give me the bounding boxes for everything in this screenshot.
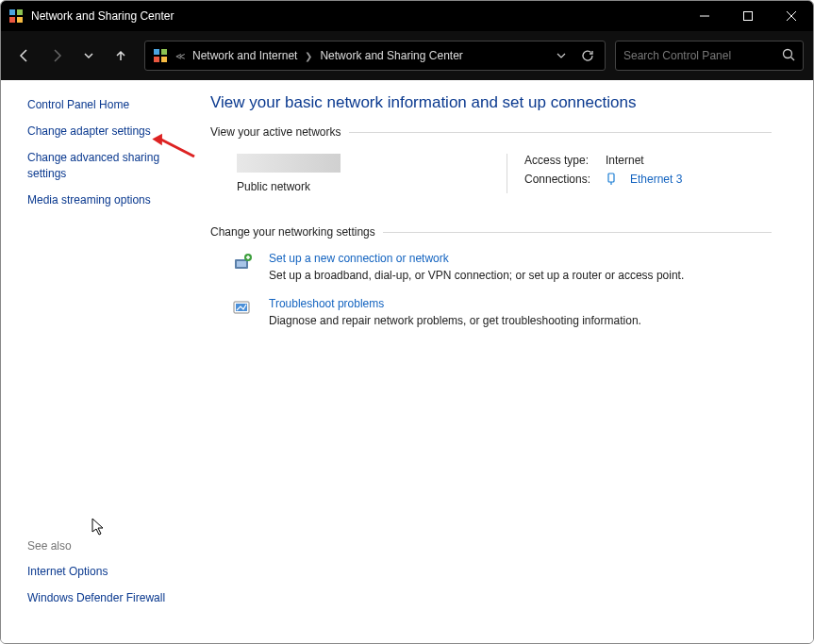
breadcrumb-parent[interactable]: Network and Internet [192, 49, 297, 62]
access-type-value: Internet [606, 154, 644, 167]
sidebar: Control Panel Home Change adapter settin… [1, 80, 199, 643]
task-troubleshoot: Troubleshoot problems Diagnose and repai… [210, 293, 772, 339]
network-name-redacted [237, 154, 341, 173]
toolbar: ≪ Network and Internet ❯ Network and Sha… [1, 31, 813, 80]
setup-connection-icon [231, 252, 254, 274]
close-button[interactable] [770, 1, 813, 31]
content-area: Control Panel Home Change adapter settin… [1, 80, 813, 643]
access-type-label: Access type: [524, 154, 594, 167]
nav-back-button[interactable] [10, 41, 39, 70]
breadcrumb-current[interactable]: Network and Sharing Center [320, 49, 462, 62]
svg-rect-1 [17, 9, 23, 15]
svg-rect-12 [237, 261, 246, 267]
svg-point-9 [784, 49, 792, 58]
active-network-row: Public network Access type: Internet Con… [210, 148, 772, 206]
main-panel: View your basic network information and … [199, 80, 813, 643]
network-divider [507, 154, 507, 193]
location-icon [153, 48, 168, 63]
see-also-section: See also Internet Options Windows Defend… [27, 539, 186, 630]
maximize-button[interactable] [726, 1, 770, 31]
section-active-networks: View your active networks [210, 125, 772, 139]
network-right: Access type: Internet Connections: Ether… [524, 154, 682, 193]
ethernet-icon [606, 173, 617, 186]
section-rule [383, 232, 772, 233]
sidebar-link-adapter[interactable]: Change adapter settings [27, 124, 186, 139]
chevron-left-icon: ≪ [174, 51, 187, 61]
task-troubleshoot-desc: Diagnose and repair network problems, or… [269, 314, 641, 327]
task-troubleshoot-link[interactable]: Troubleshoot problems [269, 297, 384, 310]
network-left: Public network [237, 154, 507, 193]
search-icon[interactable] [782, 48, 795, 64]
window-controls [683, 1, 813, 31]
svg-rect-5 [154, 49, 159, 55]
connection-link[interactable]: Ethernet 3 [630, 173, 682, 186]
search-input[interactable] [623, 49, 782, 62]
svg-rect-0 [9, 9, 15, 15]
section-change-label: Change your networking settings [210, 225, 375, 239]
nav-forward-button[interactable] [42, 41, 71, 70]
section-change-settings: Change your networking settings [210, 225, 772, 239]
svg-rect-10 [608, 173, 614, 182]
sidebar-link-media[interactable]: Media streaming options [27, 192, 186, 207]
section-rule [349, 132, 772, 133]
svg-rect-2 [9, 17, 15, 23]
svg-rect-8 [161, 57, 167, 62]
task-setup-connection: Set up a new connection or network Set u… [210, 248, 772, 293]
titlebar: Network and Sharing Center [1, 1, 813, 31]
nav-up-button[interactable] [107, 41, 135, 70]
window-title: Network and Sharing Center [31, 9, 683, 23]
connections-label: Connections: [524, 173, 594, 186]
search-bar[interactable] [615, 41, 804, 71]
svg-rect-4 [744, 12, 753, 21]
nav-recent-button[interactable] [75, 41, 103, 70]
network-type: Public network [237, 180, 507, 193]
app-icon [8, 8, 24, 24]
task-setup-desc: Set up a broadband, dial-up, or VPN conn… [269, 269, 684, 282]
see-also-firewall[interactable]: Windows Defender Firewall [27, 590, 186, 605]
section-active-label: View your active networks [210, 125, 341, 139]
chevron-right-icon: ❯ [303, 51, 314, 61]
sidebar-link-advanced[interactable]: Change advanced sharing settings [27, 150, 186, 180]
see-also-internet-options[interactable]: Internet Options [27, 564, 186, 579]
svg-rect-3 [17, 17, 23, 23]
address-dropdown-button[interactable] [552, 51, 571, 60]
svg-rect-6 [161, 49, 167, 55]
page-title: View your basic network information and … [210, 93, 772, 112]
minimize-button[interactable] [683, 1, 726, 31]
task-setup-link[interactable]: Set up a new connection or network [269, 252, 449, 265]
address-bar[interactable]: ≪ Network and Internet ❯ Network and Sha… [144, 41, 606, 71]
refresh-button[interactable] [578, 49, 597, 62]
see-also-heading: See also [27, 539, 186, 553]
sidebar-link-home[interactable]: Control Panel Home [27, 97, 186, 112]
svg-rect-7 [154, 57, 159, 62]
troubleshoot-icon [231, 297, 254, 320]
